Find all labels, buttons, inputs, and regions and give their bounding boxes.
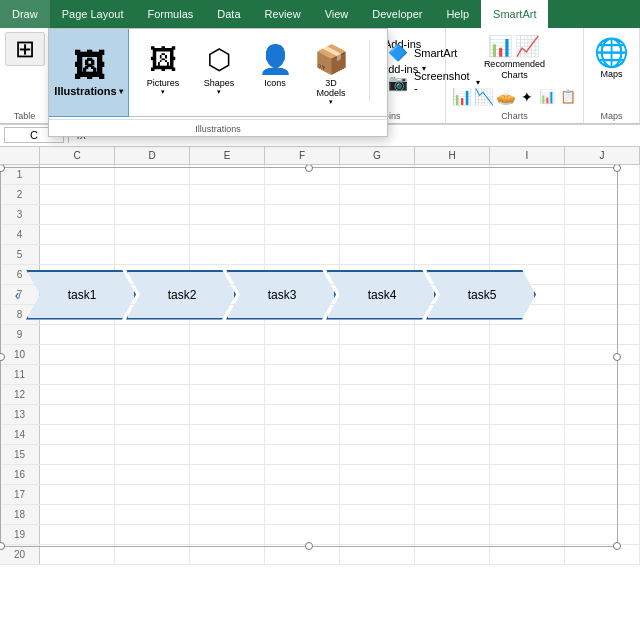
tab-view[interactable]: View (313, 0, 361, 28)
col-h[interactable]: H (415, 147, 490, 164)
shapes-chevron: ▾ (217, 88, 221, 96)
task4-shape[interactable]: task4 (326, 270, 436, 320)
handle-tr[interactable] (613, 165, 621, 172)
col-i[interactable]: I (490, 147, 565, 164)
smartart-icon: 🔷 (388, 43, 408, 62)
illus-right-group: 🔷 SmartArt 📷 Screenshot - ▾ (382, 37, 486, 100)
table-group-label: Table (14, 109, 36, 121)
icons-icon: 👤 (258, 43, 293, 76)
tab-review[interactable]: Review (253, 0, 313, 28)
3d-models-label: 3D Models (313, 78, 349, 98)
scatter-chart-button[interactable]: ✦ (518, 85, 536, 109)
pictures-label: Pictures (147, 78, 180, 88)
screenshot-label: Screenshot - (414, 70, 470, 94)
waterfall-chart-button[interactable]: 📊 (538, 85, 556, 109)
separator (369, 41, 370, 101)
smartart-label: SmartArt (414, 47, 457, 59)
task3-shape[interactable]: task3 (226, 270, 336, 320)
pictures-icon: 🖼 (149, 43, 177, 76)
tab-help[interactable]: Help (434, 0, 481, 28)
illustrations-chevron: ▾ (119, 87, 123, 96)
task1-shape[interactable]: task1 (26, 270, 136, 320)
cell[interactable] (490, 545, 565, 565)
handle-bottom[interactable] (305, 542, 313, 550)
tab-page-layout[interactable]: Page Layout (50, 0, 136, 28)
illustrations-button[interactable]: 🖼 Illustrations ▾ (49, 29, 129, 117)
rec-charts-icon2: 📈 (515, 34, 540, 58)
task2-label: task2 (168, 288, 197, 302)
handle-tl[interactable] (0, 165, 5, 172)
ribbon-body: ⊞ Table 🖼 Illustrations ▾ 🖼 (0, 28, 640, 124)
maps-label: Maps (600, 69, 622, 79)
handle-left[interactable] (0, 353, 5, 361)
illustrations-label: Illustrations (54, 85, 116, 97)
task3-label: task3 (268, 288, 297, 302)
task5-shape[interactable]: task5 (426, 270, 536, 320)
cell[interactable] (115, 545, 190, 565)
task1-label: task1 (68, 288, 97, 302)
illustrations-panel: 🖼 Illustrations ▾ 🖼 Pictures ▾ (48, 28, 388, 137)
task2-shape[interactable]: task2 (126, 270, 236, 320)
3d-models-button[interactable]: 📦 3D Models ▾ (305, 37, 357, 112)
maps-group-label: Maps (600, 109, 622, 121)
col-f[interactable]: F (265, 147, 340, 164)
screenshot-button[interactable]: 📷 Screenshot - ▾ (382, 68, 486, 96)
main-area: 1234567891011121314151617181920 ‹ task1 (0, 165, 640, 628)
maps-icon: 🌐 (594, 36, 629, 69)
pictures-button[interactable]: 🖼 Pictures ▾ (137, 37, 189, 102)
icons-label: Icons (264, 78, 286, 88)
handle-br[interactable] (613, 542, 621, 550)
row-number: 20 (0, 545, 40, 564)
shapes-button[interactable]: ⬡ Shapes ▾ (193, 37, 245, 102)
ribbon-tab-bar: Draw Page Layout Formulas Data Review Vi… (0, 0, 640, 28)
illustrations-panel-label: Illustrations (49, 119, 387, 136)
table-icon: ⊞ (15, 37, 35, 61)
3d-models-icon: 📦 (314, 43, 349, 76)
handle-right[interactable] (613, 353, 621, 361)
maps-button[interactable]: 🌐 Maps (590, 32, 633, 83)
tab-data[interactable]: Data (205, 0, 252, 28)
col-c[interactable]: C (40, 147, 115, 164)
tab-formulas[interactable]: Formulas (135, 0, 205, 28)
illustrations-icon: 🖼 (73, 48, 105, 85)
task-flow: ‹ task1 task2 task3 task4 (0, 265, 640, 325)
cell[interactable] (40, 545, 115, 565)
3d-models-chevron: ▾ (329, 98, 333, 106)
grid-area: 1234567891011121314151617181920 ‹ task1 (0, 165, 640, 628)
row-num-col-header (0, 147, 40, 164)
handle-top[interactable] (305, 165, 313, 172)
screenshot-icon: 📷 (388, 73, 408, 92)
tab-draw[interactable]: Draw (0, 0, 50, 28)
selection-outer (0, 167, 618, 547)
flow-prev-button[interactable]: ‹ (8, 270, 26, 320)
group-table: ⊞ Table (0, 28, 50, 123)
cell[interactable] (415, 545, 490, 565)
col-e[interactable]: E (190, 147, 265, 164)
cell[interactable] (190, 545, 265, 565)
smartart-button[interactable]: 🔷 SmartArt (382, 41, 486, 64)
screenshot-chevron: ▾ (476, 78, 480, 87)
table-button[interactable]: ⊞ (5, 32, 45, 66)
shapes-icon: ⬡ (207, 43, 231, 76)
grid-row: 20 (0, 545, 640, 565)
tab-developer[interactable]: Developer (360, 0, 434, 28)
pie-chart-button[interactable]: 🥧 (496, 85, 516, 109)
more-charts-button[interactable]: 📋 (559, 85, 577, 109)
column-headers: C D E F G H I J (0, 147, 640, 165)
cell[interactable] (565, 545, 640, 565)
pictures-chevron: ▾ (161, 88, 165, 96)
tab-smartart[interactable]: SmartArt (481, 0, 548, 28)
cell[interactable] (340, 545, 415, 565)
task5-label: task5 (468, 288, 497, 302)
shapes-label: Shapes (204, 78, 235, 88)
col-d[interactable]: D (115, 147, 190, 164)
task4-label: task4 (368, 288, 397, 302)
col-j[interactable]: J (565, 147, 640, 164)
cell[interactable] (265, 545, 340, 565)
icons-button[interactable]: 👤 Icons (249, 37, 301, 94)
col-g[interactable]: G (340, 147, 415, 164)
group-maps: 🌐 Maps Maps (584, 28, 640, 123)
